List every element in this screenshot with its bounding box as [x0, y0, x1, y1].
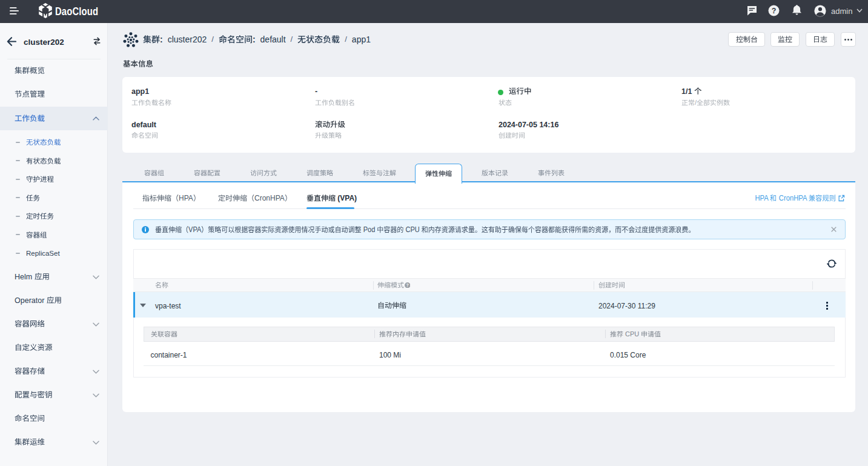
- svg-text:?: ?: [406, 283, 408, 287]
- svg-text:?: ?: [772, 7, 777, 15]
